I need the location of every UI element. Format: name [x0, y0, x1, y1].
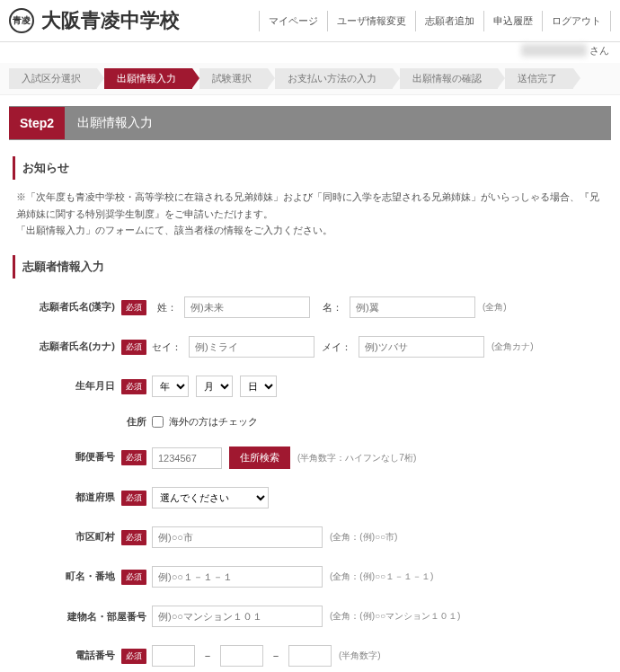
hint-kanji: (全角)	[483, 301, 507, 314]
bc-step5: 出願情報の確認	[400, 68, 498, 89]
overseas-checkbox-wrap[interactable]: 海外の方はチェック	[152, 415, 258, 429]
label-city: 市区町村 必須	[13, 530, 152, 545]
required-badge: 必須	[121, 300, 146, 315]
mei-label: 名：	[317, 301, 342, 314]
step-badge: Step2	[9, 107, 65, 139]
hint-kana: (全角カナ)	[492, 340, 534, 353]
tel2-input[interactable]	[220, 645, 263, 667]
label-street: 町名・番地 必須	[13, 570, 152, 585]
overseas-checkbox-label: 海外の方はチェック	[169, 415, 258, 429]
building-input[interactable]	[152, 606, 323, 627]
address-search-button[interactable]: 住所検索	[229, 447, 290, 469]
required-badge: 必須	[121, 530, 146, 545]
bc-step3: 試験選択	[199, 68, 268, 89]
breadcrumb: 入試区分選択 出願情報入力 試験選択 お支払い方法の入力 出願情報の確認 送信完…	[0, 63, 620, 95]
nav-history[interactable]: 申込履歴	[483, 11, 542, 31]
label-tel: 電話番号 必須	[13, 649, 152, 664]
tel-sep: －	[202, 649, 213, 664]
mei-kanji-input[interactable]	[350, 296, 475, 318]
street-input[interactable]	[152, 566, 323, 588]
tel1-input[interactable]	[152, 645, 195, 667]
hint-tel: (半角数字)	[339, 650, 381, 662]
required-badge: 必須	[121, 379, 146, 394]
tel-sep: －	[270, 649, 281, 664]
mei-kana-label: メイ：	[322, 340, 351, 354]
school-name: 大阪青凌中学校	[41, 7, 180, 34]
user-name-blurred	[521, 44, 587, 57]
required-badge: 必須	[121, 649, 146, 664]
overseas-checkbox[interactable]	[152, 416, 164, 428]
bc-step6: 送信完了	[505, 68, 573, 89]
hint-zip: (半角数字：ハイフンなし7桁)	[297, 452, 416, 464]
step-title: 出願情報入力	[65, 106, 165, 140]
notice-title: お知らせ	[13, 156, 607, 180]
required-badge: 必須	[121, 491, 146, 506]
sei-kana-input[interactable]	[189, 336, 314, 358]
step-header: Step2 出願情報入力	[9, 106, 611, 140]
birth-day-select[interactable]: 日	[240, 376, 277, 397]
notice-body: ※「次年度も青凌中学校・高等学校に在籍される兄弟姉妹」および「同時に入学を志望さ…	[13, 189, 607, 239]
user-line: さん	[0, 42, 620, 63]
nav-mypage[interactable]: マイページ	[259, 11, 327, 31]
label-zip: 郵便番号 必須	[13, 450, 152, 465]
bc-step4: お支払い方法の入力	[275, 68, 393, 89]
required-badge: 必須	[121, 340, 146, 355]
bc-step2: 出願情報入力	[104, 68, 192, 89]
sei-kana-label: セイ：	[152, 340, 182, 354]
hint-street: (全角：(例)○○１－１－１)	[330, 570, 433, 583]
nav-logout[interactable]: ログアウト	[542, 11, 611, 31]
hint-city: (全角：(例)○○市)	[330, 531, 397, 544]
required-badge: 必須	[121, 570, 146, 585]
mei-kana-input[interactable]	[359, 336, 484, 358]
school-logo-icon: 青凌	[9, 8, 34, 33]
hint-building: (全角：(例)○○マンション１０１)	[330, 610, 460, 623]
sei-kanji-input[interactable]	[184, 296, 310, 318]
form-section-title: 志願者情報入力	[13, 255, 607, 279]
birth-month-select[interactable]: 月	[196, 376, 233, 397]
label-address: 住所	[13, 415, 152, 429]
pref-select[interactable]: 選んでください	[152, 487, 269, 508]
required-badge: 必須	[121, 450, 146, 465]
bc-step1: 入試区分選択	[9, 68, 97, 89]
label-building: 建物名・部屋番号	[13, 610, 152, 623]
top-nav: マイページ ユーザ情報変更 志願者追加 申込履歴 ログアウト	[259, 11, 611, 31]
birth-year-select[interactable]: 年	[152, 376, 189, 397]
nav-user-edit[interactable]: ユーザ情報変更	[327, 11, 415, 31]
label-birth: 生年月日 必須	[13, 379, 152, 394]
zip-input[interactable]	[152, 447, 222, 469]
label-pref: 都道府県 必須	[13, 491, 152, 506]
label-name-kana: 志願者氏名(カナ) 必須	[13, 340, 152, 355]
tel3-input[interactable]	[288, 645, 332, 667]
label-name-kanji: 志願者氏名(漢字) 必須	[13, 300, 152, 315]
nav-add-applicant[interactable]: 志願者追加	[415, 11, 483, 31]
city-input[interactable]	[152, 526, 323, 548]
sei-label: 姓：	[152, 301, 177, 314]
